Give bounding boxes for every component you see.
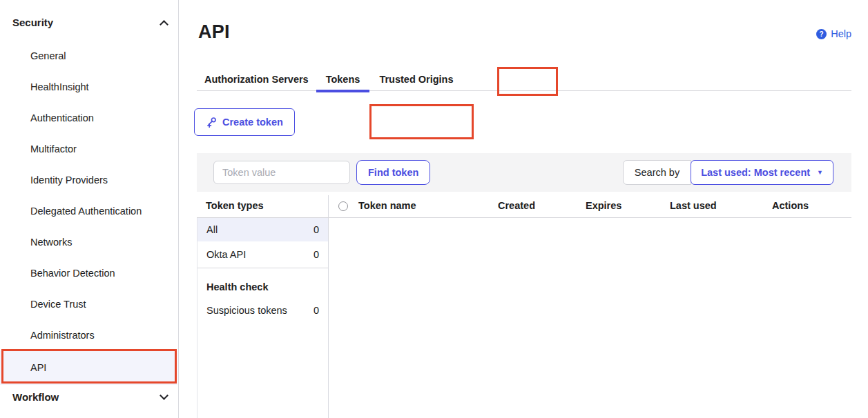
- sort-dropdown[interactable]: Last used: Most recent ▼: [691, 160, 833, 185]
- sidebar-item-delegated-authentication[interactable]: Delegated Authentication: [0, 195, 177, 226]
- annotation-box-create-token: [369, 104, 474, 139]
- help-icon: ?: [816, 29, 827, 39]
- dropdown-caret-icon: ▼: [817, 169, 823, 176]
- token-type-suspicious-count: 0: [314, 305, 319, 316]
- tab-trusted-origins[interactable]: Trusted Origins: [369, 68, 463, 90]
- token-types-header: Token types: [206, 200, 264, 211]
- token-type-suspicious-label: Suspicious tokens: [206, 305, 287, 316]
- sidebar-section-workflow-label: Workflow: [12, 391, 59, 403]
- select-all-radio[interactable]: [338, 201, 348, 211]
- table-header-row: Token types Token name Created Expires L…: [197, 195, 851, 218]
- search-by-label: Search by: [623, 160, 691, 185]
- token-type-okta-api-count: 0: [314, 249, 319, 260]
- sidebar-item-networks[interactable]: Networks: [0, 226, 177, 257]
- health-check-header: Health check: [197, 268, 328, 299]
- sidebar-item-multifactor[interactable]: Multifactor: [0, 133, 177, 164]
- chevron-up-icon: [160, 20, 168, 29]
- token-type-suspicious[interactable]: Suspicious tokens 0: [197, 299, 328, 322]
- tab-bar: Authorization Servers Tokens Trusted Ori…: [197, 68, 851, 91]
- sidebar-item-behavior-detection[interactable]: Behavior Detection: [0, 257, 177, 288]
- sidebar-item-administrators[interactable]: Administrators: [0, 319, 177, 350]
- sidebar-item-authentication[interactable]: Authentication: [0, 102, 177, 133]
- tab-authorization-servers[interactable]: Authorization Servers: [197, 68, 316, 90]
- help-label: Help: [831, 28, 851, 39]
- key-plus-icon: [206, 117, 217, 128]
- token-types-panel: All 0 Okta API 0 Health check Suspicious…: [197, 218, 328, 418]
- sort-dropdown-value: Last used: Most recent: [701, 167, 810, 178]
- tokens-table: Token types Token name Created Expires L…: [197, 195, 851, 418]
- page-title: API: [198, 21, 230, 43]
- sidebar-section-security[interactable]: Security: [12, 17, 167, 28]
- token-type-all[interactable]: All 0: [197, 218, 328, 241]
- panel-divider: [328, 195, 329, 418]
- filter-bar: Find token Search by Last used: Most rec…: [197, 153, 851, 192]
- sidebar-item-identity-providers[interactable]: Identity Providers: [0, 164, 177, 195]
- sidebar-item-healthinsight[interactable]: HealthInsight: [0, 71, 177, 102]
- sidebar-item-api[interactable]: API: [0, 350, 177, 385]
- token-type-okta-api[interactable]: Okta API 0: [197, 241, 328, 268]
- token-type-okta-api-label: Okta API: [206, 249, 246, 260]
- sidebar-items: General HealthInsight Authentication Mul…: [0, 40, 177, 385]
- token-value-input[interactable]: [213, 161, 350, 184]
- tab-tokens[interactable]: Tokens: [316, 68, 370, 90]
- sidebar-section-workflow[interactable]: Workflow: [12, 391, 167, 403]
- token-type-all-label: All: [206, 224, 218, 235]
- column-expires: Expires: [586, 200, 621, 211]
- find-token-button[interactable]: Find token: [356, 160, 430, 185]
- sidebar-section-security-label: Security: [12, 17, 53, 28]
- column-actions: Actions: [772, 200, 809, 211]
- sidebar-item-general[interactable]: General: [0, 40, 177, 71]
- create-token-button[interactable]: Create token: [194, 108, 295, 136]
- token-type-all-count: 0: [314, 224, 319, 235]
- help-link[interactable]: ? Help: [816, 28, 851, 39]
- chevron-down-icon: [160, 391, 168, 400]
- column-token-name: Token name: [358, 200, 416, 211]
- column-last-used: Last used: [670, 200, 717, 211]
- sidebar: Security General HealthInsight Authentic…: [0, 0, 179, 418]
- main-content: API ? Help Authorization Servers Tokens …: [179, 0, 868, 418]
- create-token-label: Create token: [222, 117, 283, 128]
- sidebar-item-device-trust[interactable]: Device Trust: [0, 288, 177, 319]
- column-created: Created: [498, 200, 535, 211]
- search-by-group: Search by Last used: Most recent ▼: [623, 160, 833, 185]
